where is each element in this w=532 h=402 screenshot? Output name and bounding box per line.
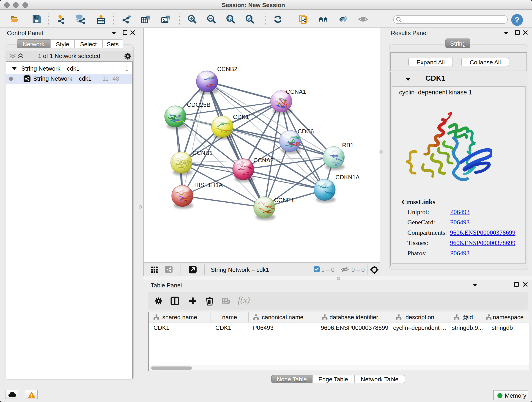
svg-text:CDC6: CDC6 <box>298 128 314 135</box>
svg-text:CDKN1A: CDKN1A <box>336 174 360 181</box>
svg-text:CCNB2: CCNB2 <box>217 65 237 72</box>
svg-text:HIST1H1A: HIST1H1A <box>194 182 223 188</box>
svg-text:RB1: RB1 <box>342 142 354 148</box>
svg-text:CCNE1: CCNE1 <box>274 197 294 204</box>
svg-text:?: ? <box>515 15 520 24</box>
svg-text:CCNB1: CCNB1 <box>192 149 213 156</box>
svg-text:CCNA1: CCNA1 <box>286 88 306 95</box>
svg-text:CCNA2: CCNA2 <box>253 157 273 164</box>
svg-text:CDK1: CDK1 <box>233 114 249 120</box>
svg-text:CDC25B: CDC25B <box>187 101 210 108</box>
